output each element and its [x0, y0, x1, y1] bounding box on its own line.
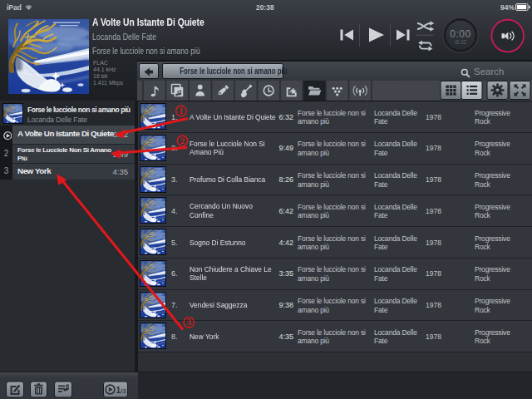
svg-text:3: 3: [187, 318, 191, 327]
svg-text:1: 1: [180, 106, 184, 116]
svg-text:2: 2: [180, 136, 185, 145]
